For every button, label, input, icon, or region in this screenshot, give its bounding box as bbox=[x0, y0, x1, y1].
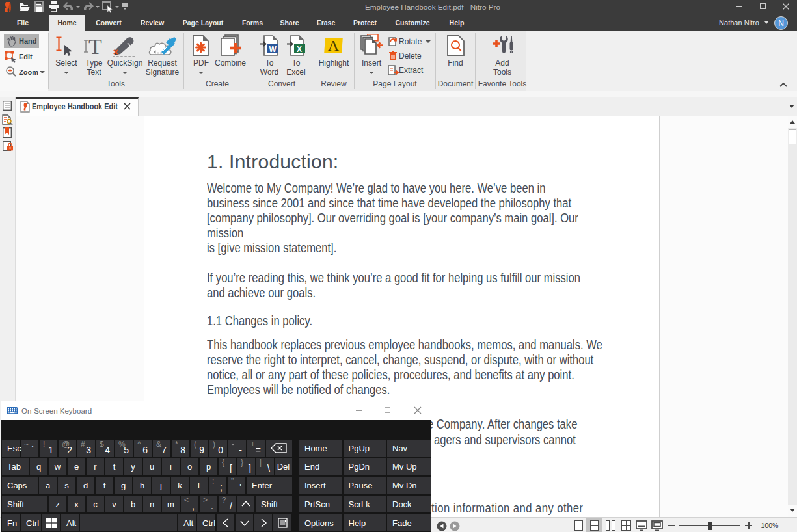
svg-text:X: X bbox=[297, 45, 302, 54]
svg-text:T: T bbox=[88, 35, 102, 56]
svg-text:W: W bbox=[269, 45, 277, 54]
